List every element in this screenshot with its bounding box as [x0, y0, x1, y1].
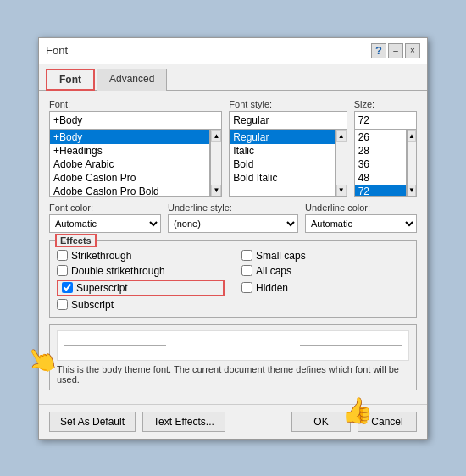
double-strikethrough-label: Double strikethrough: [71, 265, 165, 277]
style-list-scrollbar[interactable]: ▲ ▼: [336, 130, 347, 197]
font-color-label: Font color:: [49, 202, 161, 213]
subscript-label: Subscript: [71, 299, 114, 311]
size-list-item[interactable]: 48: [355, 171, 406, 185]
underline-color-select[interactable]: Automatic: [305, 214, 417, 233]
title-bar: Font ? – ×: [39, 38, 427, 64]
preview-content: [57, 330, 409, 361]
style-list-item[interactable]: Bold: [230, 158, 334, 171]
scroll-down-arrow[interactable]: ▼: [336, 185, 347, 196]
font-color-col: Font color: Automatic: [49, 202, 161, 233]
size-list-item[interactable]: 28: [355, 144, 406, 158]
style-list-item[interactable]: Regular: [230, 130, 334, 144]
subscript-input[interactable]: [57, 299, 68, 310]
underline-color-label: Underline color:: [305, 202, 417, 213]
size-list-item[interactable]: 26: [355, 130, 406, 144]
cancel-button[interactable]: Cancel: [358, 412, 417, 432]
subscript-checkbox[interactable]: Subscript: [57, 298, 225, 312]
dialog-footer: Set As Default Text Effects... OK Cancel: [39, 404, 427, 439]
size-list[interactable]: 26 28 36 48 72: [354, 130, 407, 197]
preview-note: This is the body theme font. The current…: [57, 364, 409, 385]
hidden-label: Hidden: [256, 282, 288, 294]
font-list-item[interactable]: Adobe Caslon Pro: [50, 171, 209, 185]
hidden-input[interactable]: [241, 282, 252, 293]
size-label: Size:: [354, 99, 417, 109]
font-dialog: Font ? – × Font Advanced Font: +Body: [38, 37, 428, 440]
font-list-item[interactable]: Adobe Arabic: [50, 158, 209, 171]
title-bar-right: ? – ×: [371, 43, 420, 58]
options-row: Font color: Automatic Underline style: (…: [49, 202, 417, 233]
close-button[interactable]: ×: [405, 43, 420, 58]
effects-legend: Effects: [55, 234, 97, 247]
style-label: Font style:: [229, 99, 347, 109]
all-caps-checkbox[interactable]: All caps: [241, 264, 409, 278]
preview-line-right: [300, 345, 402, 346]
effects-grid: Strikethrough Small caps Double striketh…: [57, 246, 409, 312]
font-list-item[interactable]: Adobe Caslon Pro Bold: [50, 185, 209, 197]
font-list[interactable]: +Body +Headings Adobe Arabic Adobe Caslo…: [49, 130, 210, 197]
font-list-item[interactable]: +Body: [50, 130, 209, 144]
scroll-down-arrow[interactable]: ▼: [408, 185, 416, 196]
size-list-scrollbar[interactable]: ▲ ▼: [407, 130, 417, 197]
ok-button[interactable]: OK: [291, 412, 351, 432]
superscript-input[interactable]: [62, 282, 73, 293]
preview-line-left: [64, 345, 166, 346]
minimize-button[interactable]: –: [388, 43, 403, 58]
small-caps-checkbox[interactable]: Small caps: [241, 249, 409, 263]
size-list-container: 26 28 36 48 72 ▲ ▼: [354, 130, 417, 197]
underline-style-select[interactable]: (none): [168, 214, 298, 233]
underline-style-col: Underline style: (none): [168, 202, 298, 233]
style-list-item[interactable]: Bold Italic: [230, 171, 334, 185]
tab-advanced[interactable]: Advanced: [97, 69, 167, 91]
underline-style-label: Underline style:: [168, 202, 298, 213]
font-fields-row: Font: +Body +Headings Adobe Arabic Adobe…: [49, 99, 417, 197]
preview-group: This is the body theme font. The current…: [49, 324, 417, 390]
scroll-up-arrow[interactable]: ▲: [211, 130, 221, 142]
all-caps-input[interactable]: [241, 265, 252, 276]
font-label: Font:: [49, 99, 222, 109]
tab-font[interactable]: Font: [46, 69, 95, 91]
scroll-down-arrow[interactable]: ▼: [211, 185, 221, 196]
scroll-up-arrow[interactable]: ▲: [408, 130, 416, 142]
font-name-input[interactable]: [49, 111, 222, 130]
style-list[interactable]: Regular Italic Bold Bold Italic: [229, 130, 335, 197]
style-list-container: Regular Italic Bold Bold Italic ▲ ▼: [229, 130, 347, 197]
tab-bar: Font Advanced: [39, 64, 427, 91]
style-list-item[interactable]: Italic: [230, 144, 334, 158]
font-list-item[interactable]: +Headings: [50, 144, 209, 158]
underline-color-col: Underline color: Automatic: [305, 202, 417, 233]
small-caps-label: Small caps: [256, 250, 306, 262]
effects-group: Effects Strikethrough Small caps Double …: [49, 240, 417, 318]
strikethrough-checkbox[interactable]: Strikethrough: [57, 249, 225, 263]
size-list-item[interactable]: 36: [355, 158, 406, 171]
all-caps-label: All caps: [256, 265, 291, 277]
text-effects-button[interactable]: Text Effects...: [142, 412, 225, 432]
set-default-button[interactable]: Set As Default: [49, 412, 136, 432]
strikethrough-input[interactable]: [57, 250, 68, 261]
double-strikethrough-input[interactable]: [57, 265, 68, 276]
dialog-title: Font: [46, 44, 68, 57]
font-color-select[interactable]: Automatic: [49, 214, 161, 233]
superscript-checkbox[interactable]: Superscript: [57, 280, 225, 296]
title-bar-left: Font: [46, 44, 68, 57]
strikethrough-label: Strikethrough: [71, 250, 131, 262]
font-style-input[interactable]: [229, 111, 347, 130]
font-size-col: Size: 26 28 36 48 72 ▲ ▼: [354, 99, 417, 197]
font-size-input[interactable]: [354, 111, 417, 130]
font-name-col: Font: +Body +Headings Adobe Arabic Adobe…: [49, 99, 222, 197]
size-list-item[interactable]: 72: [355, 185, 406, 197]
font-list-scrollbar[interactable]: ▲ ▼: [210, 130, 222, 197]
dialog-content: Font: +Body +Headings Adobe Arabic Adobe…: [39, 91, 427, 404]
superscript-label: Superscript: [76, 282, 128, 294]
double-strikethrough-checkbox[interactable]: Double strikethrough: [57, 264, 225, 278]
help-button[interactable]: ?: [371, 43, 386, 58]
font-style-col: Font style: Regular Italic Bold Bold Ita…: [229, 99, 347, 197]
font-list-container: +Body +Headings Adobe Arabic Adobe Caslo…: [49, 130, 222, 197]
small-caps-input[interactable]: [241, 250, 252, 261]
scroll-up-arrow[interactable]: ▲: [336, 130, 347, 142]
hidden-checkbox[interactable]: Hidden: [241, 280, 409, 296]
